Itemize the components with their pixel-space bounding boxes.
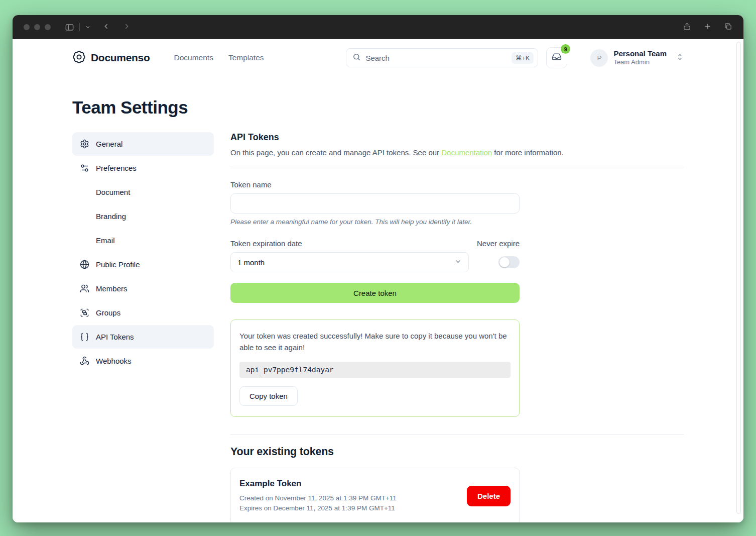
documenso-badge-icon (72, 50, 86, 66)
browser-window: Documenso Documents Templates ⌘+K (13, 15, 743, 522)
expiration-select[interactable]: 1 month (230, 252, 469, 272)
nav-templates[interactable]: Templates (228, 53, 264, 62)
token-name-helper: Please enter a meaningful name for your … (230, 218, 520, 226)
sidebar-item-label: API Tokens (96, 333, 134, 341)
search-shortcut-badge: ⌘+K (512, 52, 534, 64)
primary-nav: Documents Templates (174, 53, 264, 62)
app-header: Documenso Documents Templates ⌘+K (72, 47, 684, 69)
team-role: Team Admin (613, 58, 667, 66)
sidebar-item-public-profile[interactable]: Public Profile (72, 253, 214, 276)
sidebar-item-document[interactable]: Document (72, 180, 214, 204)
copy-token-button[interactable]: Copy token (239, 386, 298, 406)
token-expires-date: Expires on December 11, 2025 at 1:39 PM … (239, 503, 397, 513)
token-success-box: Your token was created successfully! Mak… (230, 319, 520, 417)
expiration-selected-value: 1 month (237, 258, 265, 267)
sliders-icon (80, 163, 89, 173)
sidebar-toggle-icon[interactable] (65, 23, 74, 32)
braces-icon (80, 332, 89, 342)
token-name-label: Token name (230, 180, 520, 189)
never-expire-label: Never expire (477, 239, 520, 248)
new-tab-icon[interactable] (703, 22, 712, 33)
minimize-window-button[interactable] (34, 24, 40, 30)
token-created-date: Created on November 11, 2025 at 1:39 PM … (239, 493, 397, 503)
group-icon (80, 308, 89, 317)
search-bar[interactable]: ⌘+K (346, 48, 538, 67)
chevron-down-icon[interactable] (85, 24, 91, 30)
token-success-message: Your token was created successfully! Mak… (239, 331, 511, 353)
token-name: Example Token (239, 479, 397, 489)
sidebar-item-label: Document (96, 188, 130, 196)
gear-icon (80, 139, 89, 149)
nav-documents[interactable]: Documents (174, 53, 213, 62)
browser-titlebar (13, 15, 743, 39)
inbox-button[interactable]: 9 (546, 47, 567, 68)
token-name-input[interactable] (230, 193, 520, 213)
section-description: On this page, you can create and manage … (230, 148, 684, 157)
titlebar-divider (79, 23, 80, 31)
sidebar-item-branding[interactable]: Branding (72, 204, 214, 228)
sidebar-item-label: Members (96, 284, 128, 293)
sidebar-item-webhooks[interactable]: Webhooks (72, 349, 214, 373)
sidebar-item-members[interactable]: Members (72, 277, 214, 300)
forward-icon[interactable] (122, 22, 131, 33)
tab-overview-icon[interactable] (724, 22, 732, 33)
users-icon (80, 284, 89, 293)
description-text-after: for more information. (492, 148, 564, 157)
zoom-window-button[interactable] (45, 24, 51, 30)
documenso-logo[interactable]: Documenso (72, 50, 150, 66)
search-input[interactable] (365, 54, 512, 62)
sidebar-item-label: General (96, 140, 122, 148)
toggle-knob (499, 257, 510, 267)
api-token-value: api_pv7ppe9fl74dayar (239, 362, 511, 378)
create-token-button[interactable]: Create token (230, 283, 520, 303)
sidebar-item-preferences[interactable]: Preferences (72, 156, 214, 180)
sidebar-item-general[interactable]: General (72, 132, 214, 156)
sidebar-item-label: Branding (96, 212, 126, 221)
description-text: On this page, you can create and manage … (230, 148, 441, 157)
close-window-button[interactable] (24, 24, 30, 30)
globe-icon (80, 260, 89, 269)
token-expiration-label: Token expiration date (230, 239, 302, 248)
back-icon[interactable] (102, 22, 110, 33)
notification-badge: 9 (561, 44, 570, 54)
documentation-link[interactable]: Documentation (441, 148, 492, 157)
sidebar-item-label: Email (96, 236, 115, 245)
chevrons-up-down-icon (676, 53, 684, 63)
page-title: Team Settings (72, 97, 684, 118)
team-name: Personal Team (613, 49, 667, 59)
share-icon[interactable] (683, 22, 691, 33)
logo-text: Documenso (91, 52, 150, 64)
delete-token-button[interactable]: Delete (467, 486, 511, 506)
sidebar-item-label: Groups (96, 308, 120, 317)
sidebar-item-api-tokens[interactable]: API Tokens (72, 325, 214, 349)
never-expire-toggle[interactable] (498, 256, 520, 268)
existing-tokens-divider (230, 434, 684, 435)
section-title: API Tokens (230, 132, 684, 143)
existing-tokens-title: Your existing tokens (230, 446, 684, 458)
profile-menu[interactable]: P Personal Team Team Admin (590, 49, 684, 67)
settings-sidebar: General Preferences Document Branding (72, 132, 214, 373)
page-content: Documenso Documents Templates ⌘+K (13, 39, 743, 522)
sidebar-item-groups[interactable]: Groups (72, 301, 214, 325)
vertical-scrollbar[interactable] (736, 42, 741, 514)
sidebar-item-label: Preferences (96, 164, 137, 172)
inbox-icon (552, 52, 562, 64)
sidebar-item-label: Public Profile (96, 260, 140, 269)
avatar: P (590, 49, 608, 67)
search-icon (352, 53, 361, 63)
token-row: Example Token Created on November 11, 20… (230, 468, 520, 522)
chevron-down-icon (454, 258, 462, 267)
section-divider (230, 168, 684, 168)
webhook-icon (80, 356, 89, 366)
api-tokens-panel: API Tokens On this page, you can create … (214, 132, 684, 522)
traffic-lights[interactable] (24, 24, 51, 30)
sidebar-item-label: Webhooks (96, 357, 132, 365)
sidebar-item-email[interactable]: Email (72, 229, 214, 252)
